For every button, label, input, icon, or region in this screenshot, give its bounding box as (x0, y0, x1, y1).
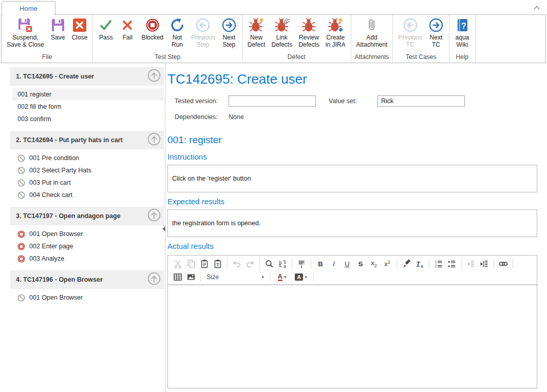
ribbon-button-label: Blocked (141, 34, 163, 42)
link-button[interactable] (497, 258, 510, 270)
step-item[interactable]: 001 Open Browser (12, 291, 164, 304)
ribbon-button-aqua-wiki[interactable]: ?aqua Wiki (451, 16, 473, 49)
ribbon-button-review-defects[interactable]: Review Defects (295, 16, 323, 49)
italic-icon: I (333, 260, 335, 268)
paste-as-text-button[interactable]: T (211, 258, 224, 270)
sidebar-collapse-handle[interactable] (162, 226, 165, 231)
ribbon-group-attachments: Add AttachmentAttachments (351, 15, 393, 63)
tested-version-input[interactable] (229, 95, 316, 107)
redo-button[interactable] (243, 258, 257, 270)
group-up-button[interactable] (147, 70, 161, 83)
format-painter-button[interactable] (400, 258, 413, 270)
select-all-button[interactable] (295, 258, 308, 270)
bug-jira-icon (328, 17, 343, 33)
numbered-list-button[interactable]: 12 (432, 258, 445, 270)
increase-indent-button[interactable] (478, 258, 491, 270)
ribbon-button-next-tc[interactable]: Next TC (425, 16, 447, 49)
ribbon-button-add-attachment[interactable]: Add Attachment (353, 16, 391, 49)
step-item[interactable]: 002 fill the form (12, 101, 164, 113)
testcase-header[interactable]: 2. TC142694 - Put party hats in cart (10, 131, 164, 149)
group-up-button[interactable] (147, 273, 161, 286)
ribbon-collapse-button[interactable] (533, 4, 541, 10)
ribbon-button-suspend-save-close[interactable]: Suspend, Save & Close (4, 16, 47, 49)
ribbon-button-new-defect[interactable]: New Defect (244, 16, 269, 49)
testcase-header[interactable]: 3. TC147197 - Open andagon page (10, 207, 164, 225)
testcase-header[interactable]: 4. TC147196 - Open Browser (10, 270, 164, 289)
superscript-button[interactable]: x2 (381, 258, 394, 270)
ribbon-button-create-in-jira[interactable]: Create in JIRA (323, 16, 349, 49)
step-item[interactable]: 004 Check cart (12, 189, 164, 201)
cut-button[interactable] (171, 258, 184, 270)
sidebar-groups: 1. TC142695 - Create user001 register002… (0, 67, 165, 304)
step-item[interactable]: 003 Analyze (12, 252, 164, 265)
ribbon-button-previous-tc[interactable]: Previous TC (395, 16, 425, 49)
ribbon-group-label: Attachments (351, 53, 393, 63)
notrun-icon (17, 191, 25, 199)
step-title: 001: register (167, 134, 537, 146)
link-icon (499, 259, 508, 268)
undo-button[interactable] (230, 258, 243, 270)
font-size-button[interactable]: Size▾ (203, 271, 267, 283)
ribbon-button-label: Link Defects (271, 34, 292, 48)
paperclip-icon (364, 17, 380, 33)
ribbon-button-label: Previous TC (398, 34, 422, 48)
step-item[interactable]: 001 Pre condition (12, 152, 164, 164)
bulleted-list-icon (447, 259, 457, 268)
select-all-icon (297, 259, 306, 268)
background-color-button[interactable]: A▾ (291, 271, 311, 283)
value-set-input[interactable] (378, 95, 465, 107)
ribbon-button-save[interactable]: Save (47, 16, 69, 42)
ribbon-button-label: Add Attachment (356, 34, 388, 48)
text-color-button[interactable]: A▾ (273, 271, 291, 283)
bulleted-list-button[interactable] (445, 258, 459, 270)
ribbon-button-close[interactable]: Close (69, 16, 91, 42)
bug-new-icon (249, 17, 264, 33)
chevron-down-icon: ▾ (261, 275, 264, 280)
ribbon-button-fail[interactable]: Fail (117, 16, 138, 42)
toolbar-separator (259, 259, 260, 268)
testcase-header-title: 1. TC142695 - Create user (16, 73, 147, 80)
actual-results-editor-content[interactable] (168, 285, 537, 388)
ribbon-group-defect: New DefectLink DefectsReview DefectsCrea… (242, 15, 351, 63)
decrease-indent-button[interactable] (464, 258, 478, 270)
toolbar-separator (513, 259, 513, 268)
step-item[interactable]: 001 Open Browser (12, 228, 164, 240)
ribbon-button-previous-step[interactable]: Previous Step (188, 16, 218, 49)
copy-button[interactable] (184, 258, 198, 270)
ribbon-button-label: Pass (99, 34, 113, 42)
step-item[interactable]: 001 register (12, 88, 164, 101)
find-button[interactable] (262, 258, 276, 270)
remove-format-button[interactable]: Tx (413, 258, 426, 270)
paste-icon (200, 259, 209, 268)
tab-home[interactable]: Home (2, 1, 55, 15)
paste-button[interactable] (198, 258, 211, 270)
ribbon-button-not-run[interactable]: Not Run (166, 16, 188, 49)
toolbar-separator (200, 272, 201, 282)
step-item[interactable]: 003 confirm (12, 113, 164, 125)
insert-table-button[interactable] (171, 271, 184, 283)
step-item[interactable]: 002 Select Party Hats (12, 164, 164, 177)
bold-button[interactable]: B (314, 258, 327, 270)
strikethrough-button[interactable]: S (354, 258, 367, 270)
ribbon-button-pass[interactable]: Pass (95, 16, 117, 42)
ribbon-button-next-step[interactable]: Next Step (218, 16, 240, 49)
underline-button[interactable]: U (341, 258, 354, 270)
group-up-button[interactable] (147, 209, 161, 223)
undo-icon (232, 259, 241, 268)
insert-image-button[interactable] (184, 271, 198, 283)
pass-icon (98, 17, 114, 33)
replace-button[interactable]: ba (276, 258, 289, 270)
step-item[interactable]: 002 Enter page (12, 240, 164, 252)
subscript-button[interactable]: x2 (367, 258, 381, 270)
ribbon-button-label: Save (51, 34, 65, 42)
step-item[interactable]: 003 Put in cart (12, 177, 164, 189)
testcase-header[interactable]: 1. TC142695 - Create user (10, 67, 164, 86)
ribbon-button-blocked[interactable]: Blocked (138, 16, 166, 42)
ribbon-group-label: Help (449, 53, 475, 63)
italic-button[interactable]: I (327, 258, 341, 270)
numbered-list-icon: 12 (434, 259, 443, 268)
instructions-box: Click on the 'register' button (167, 165, 537, 192)
ribbon-button-link-defects[interactable]: Link Defects (268, 16, 295, 49)
group-up-button[interactable] (147, 133, 161, 147)
ribbon-group-help: ?aqua WikiHelp (449, 15, 476, 63)
